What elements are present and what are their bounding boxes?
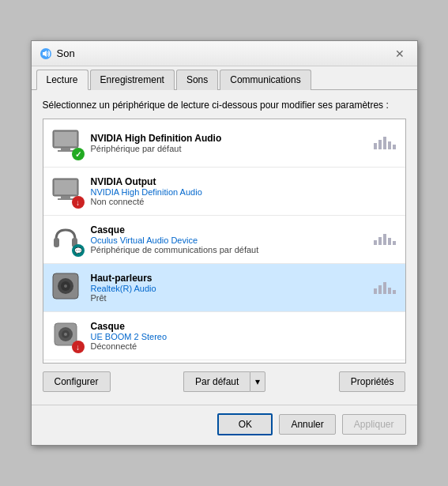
level-bar xyxy=(374,240,377,245)
svg-rect-7 xyxy=(55,180,77,194)
device-list: ✓ NVIDIA High Definition Audio Périphéri… xyxy=(43,119,406,364)
device-item[interactable]: ✓ NVIDIA High Definition Audio Périphéri… xyxy=(43,119,405,168)
svg-rect-4 xyxy=(61,148,70,150)
device-item[interactable]: Ligne Voicemod Virtual Audio Device (WDM… xyxy=(43,360,405,364)
speaker-icon xyxy=(50,270,81,302)
sound-dialog: Son ✕ Lecture Enregistrement Sons Commun… xyxy=(31,40,418,446)
level-bar xyxy=(378,237,382,245)
device-sub: Realtek(R) Audio xyxy=(91,284,374,293)
device-info: NVIDIA Output NVIDIA High Definition Aud… xyxy=(91,176,399,206)
level-bar xyxy=(383,282,386,294)
tab-lecture[interactable]: Lecture xyxy=(36,70,88,90)
svg-rect-10 xyxy=(54,238,59,247)
device-icon-wrap xyxy=(50,270,85,305)
svg-rect-9 xyxy=(58,198,73,200)
level-bars xyxy=(374,137,396,149)
level-bar xyxy=(383,137,386,149)
close-button[interactable]: ✕ xyxy=(390,44,409,63)
device-info: NVIDIA High Definition Audio Périphériqu… xyxy=(91,133,374,153)
device-item[interactable]: 💬 Casque Oculus Virtual Audio Device Pér… xyxy=(43,216,405,264)
device-sub: UE BOOM 2 Stereo xyxy=(91,332,399,341)
device-icon-wrap: 💬 xyxy=(50,222,85,257)
device-name: Haut-parleurs xyxy=(91,273,374,284)
device-icon-wrap: ↓ xyxy=(50,174,85,209)
level-bar xyxy=(378,140,382,149)
svg-point-19 xyxy=(64,333,67,336)
level-bar xyxy=(393,145,396,149)
tab-sons[interactable]: Sons xyxy=(176,70,218,90)
svg-rect-5 xyxy=(58,150,73,152)
device-info: Haut-parleurs Realtek(R) Audio Prêt xyxy=(91,273,374,303)
tab-enregistrement[interactable]: Enregistrement xyxy=(90,70,175,90)
default-button-group: Par défaut ▾ xyxy=(183,371,265,392)
status-badge-red: ↓ xyxy=(72,196,85,209)
dialog-title: Son xyxy=(57,47,75,59)
device-icon-wrap: ↓ xyxy=(50,318,85,353)
configure-button[interactable]: Configurer xyxy=(43,371,111,392)
status-badge-red: ↓ xyxy=(72,341,85,353)
level-bar xyxy=(388,238,391,245)
cancel-button[interactable]: Annuler xyxy=(279,414,335,435)
level-bar xyxy=(383,234,386,245)
level-bar xyxy=(393,241,396,245)
svg-rect-8 xyxy=(61,196,70,198)
sound-icon xyxy=(40,47,52,60)
bottom-buttons: OK Annuler Appliquer xyxy=(32,405,417,445)
level-bar xyxy=(393,290,396,294)
default-button[interactable]: Par défaut xyxy=(183,371,250,392)
apply-button[interactable]: Appliquer xyxy=(342,414,406,435)
svg-point-15 xyxy=(64,284,67,288)
action-buttons-row: Configurer Par défaut ▾ Propriétés xyxy=(43,371,406,392)
device-info: Casque UE BOOM 2 Stereo Déconnecté xyxy=(91,321,399,351)
device-info: Casque Oculus Virtual Audio Device Périp… xyxy=(91,224,374,254)
title-bar-left: Son xyxy=(40,47,75,60)
device-status: Déconnecté xyxy=(91,341,399,351)
status-badge-teal: 💬 xyxy=(72,244,85,257)
device-status: Périphérique de communications par défau… xyxy=(91,245,374,254)
instruction-text: Sélectionnez un périphérique de lecture … xyxy=(43,100,406,111)
level-bar xyxy=(388,141,391,149)
device-item[interactable]: ↓ Casque UE BOOM 2 Stereo Déconnecté xyxy=(43,312,405,360)
level-bars xyxy=(374,282,396,294)
properties-button[interactable]: Propriétés xyxy=(339,371,406,392)
device-status: Périphérique par défaut xyxy=(91,144,374,153)
level-bar xyxy=(374,288,377,294)
device-name: NVIDIA Output xyxy=(91,176,399,187)
title-bar: Son ✕ xyxy=(32,41,417,66)
device-name: Casque xyxy=(91,224,374,235)
device-item[interactable]: ↓ NVIDIA Output NVIDIA High Definition A… xyxy=(43,168,405,216)
device-icon-wrap: ✓ xyxy=(50,126,85,160)
content-area: Sélectionnez un périphérique de lecture … xyxy=(32,90,417,401)
svg-rect-3 xyxy=(55,132,77,146)
level-bar xyxy=(378,285,382,294)
device-item[interactable]: Haut-parleurs Realtek(R) Audio Prêt xyxy=(43,264,405,312)
status-badge-green: ✓ xyxy=(72,148,85,160)
device-sub: NVIDIA High Definition Audio xyxy=(91,187,399,197)
device-status: Non connecté xyxy=(91,197,399,206)
tab-communications[interactable]: Communications xyxy=(220,70,311,90)
ok-button[interactable]: OK xyxy=(217,413,273,435)
device-sub: Oculus Virtual Audio Device xyxy=(91,235,374,245)
level-bar xyxy=(374,143,377,149)
level-bars xyxy=(374,234,396,245)
device-name: Casque xyxy=(91,321,399,332)
device-status: Prêt xyxy=(91,293,374,303)
default-dropdown-button[interactable]: ▾ xyxy=(250,371,265,392)
tabs-bar: Lecture Enregistrement Sons Communicatio… xyxy=(32,66,417,90)
level-bar xyxy=(388,288,391,294)
device-name: NVIDIA High Definition Audio xyxy=(91,133,374,144)
